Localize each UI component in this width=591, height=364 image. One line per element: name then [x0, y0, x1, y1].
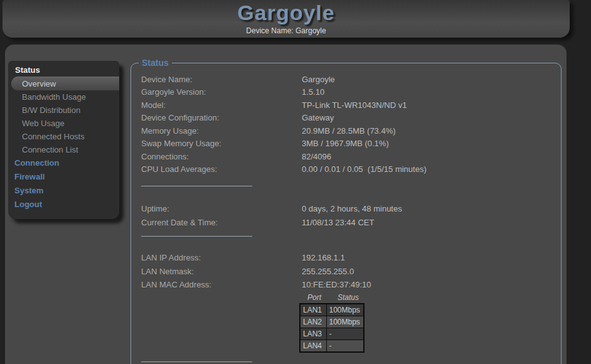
- section-divider: [141, 361, 252, 362]
- table-row: LAN4 -: [300, 340, 364, 352]
- sidebar-menu: Status Overview Bandwidth Usage B/W Dist…: [8, 61, 119, 219]
- info-value: Gateway: [302, 113, 334, 122]
- port-cell: LAN3: [300, 328, 326, 340]
- info-value: 3MB / 1967.9MB (0.1%): [302, 139, 389, 148]
- info-value: 0 days, 2 hours, 48 minutes: [302, 204, 402, 213]
- info-row-device-name: Device Name: Gargoyle: [141, 73, 561, 86]
- info-label: LAN Netmask:: [141, 267, 302, 276]
- status-cell: -: [326, 340, 364, 352]
- uptime-block: Uptime: 0 days, 2 hours, 48 minutes Curr…: [141, 202, 561, 229]
- info-label: Connections:: [141, 152, 302, 161]
- info-row-lan-netmask: LAN Netmask: 255.255.255.0: [141, 265, 561, 279]
- info-row-model: Model: TP-Link TL-WR1043N/ND v1: [141, 99, 561, 112]
- port-cell: LAN1: [300, 304, 326, 316]
- app-title: Gargoyle: [3, 1, 570, 25]
- info-label: Swap Memory Usage:: [141, 139, 302, 148]
- info-row-lan-mac-address: LAN MAC Address: 10:FE:ED:37:49:10: [141, 278, 561, 292]
- info-label: Gargoyle Version:: [141, 87, 302, 97]
- info-label: Memory Usage:: [141, 126, 302, 136]
- info-label: Model:: [141, 100, 302, 110]
- port-cell: LAN2: [300, 316, 326, 328]
- info-row-device-configuration: Device Configuration: Gateway: [141, 112, 561, 125]
- status-section-title: Status: [139, 58, 172, 68]
- table-row: LAN3 -: [300, 328, 364, 340]
- info-label: Current Date & Time:: [141, 218, 302, 227]
- app-header: Gargoyle Device Name: Gargoyle: [3, 0, 570, 38]
- status-column-header: Status: [329, 293, 367, 302]
- info-label: Device Configuration:: [141, 113, 302, 122]
- info-row-memory-usage: Memory Usage: 20.9MB / 28.5MB (73.4%): [141, 124, 561, 137]
- info-value: 255.255.255.0: [302, 267, 354, 276]
- sidebar-item-web-usage[interactable]: Web Usage: [8, 117, 119, 130]
- info-row-cpu-load-averages: CPU Load Averages: 0.00 / 0.01 / 0.05 (1…: [141, 163, 561, 176]
- sidebar-item-bw-distribution[interactable]: B/W Distribution: [8, 104, 119, 117]
- info-row-uptime: Uptime: 0 days, 2 hours, 48 minutes: [141, 202, 561, 216]
- sidebar-item-connection-list[interactable]: Connection List: [8, 143, 119, 156]
- sidebar-item-connection[interactable]: Connection: [8, 156, 119, 170]
- info-label: Uptime:: [141, 204, 302, 213]
- sidebar-item-logout[interactable]: Logout: [8, 198, 119, 211]
- table-row: LAN1 100Mbps: [300, 304, 364, 316]
- status-cell: 100Mbps: [326, 304, 364, 316]
- port-cell: LAN4: [300, 340, 326, 352]
- info-label: CPU Load Averages:: [141, 164, 302, 174]
- info-label: Device Name:: [141, 75, 302, 84]
- status-cell: -: [326, 328, 364, 340]
- lan-block: LAN IP Address: 192.168.1.1 LAN Netmask:…: [141, 251, 561, 353]
- sidebar-item-bandwidth-usage[interactable]: Bandwidth Usage: [8, 90, 119, 104]
- section-divider: [141, 186, 252, 186]
- info-value: TP-Link TL-WR1043N/ND v1: [302, 100, 407, 110]
- status-cell: 100Mbps: [326, 316, 364, 328]
- sidebar-item-connected-hosts[interactable]: Connected Hosts: [8, 130, 119, 143]
- port-column-header: Port: [299, 293, 329, 302]
- table-row: LAN2 100Mbps: [300, 316, 364, 328]
- info-value: 11/08/13 23:44 CET: [302, 218, 374, 227]
- lan-port-status-table: LAN1 100Mbps LAN2 100Mbps LAN3 - LAN4 -: [299, 303, 365, 353]
- info-value: 82/4096: [302, 152, 331, 161]
- info-row-connections: Connections: 82/4096: [141, 150, 561, 163]
- sidebar-item-overview[interactable]: Overview: [11, 77, 119, 90]
- info-value: 20.9MB / 28.5MB (73.4%): [302, 126, 396, 136]
- sidebar-section-status[interactable]: Status: [8, 61, 119, 77]
- sidebar-item-firewall[interactable]: Firewall: [8, 170, 119, 184]
- info-value: Gargoyle: [302, 75, 335, 84]
- device-name-subtitle: Device Name: Gargoyle: [3, 26, 570, 35]
- info-value: 10:FE:ED:37:49:10: [302, 280, 371, 289]
- info-value: 1.5.10: [302, 87, 324, 97]
- system-info-block: Device Name: Gargoyle Gargoyle Version: …: [141, 73, 561, 176]
- port-table-header: Port Status: [299, 293, 561, 302]
- info-value: 0.00 / 0.01 / 0.05 (1/5/15 minutes): [302, 164, 427, 174]
- info-row-lan-ip-address: LAN IP Address: 192.168.1.1: [141, 251, 561, 265]
- info-label: LAN MAC Address:: [141, 280, 302, 289]
- section-divider: [141, 236, 252, 237]
- info-row-gargoyle-version: Gargoyle Version: 1.5.10: [141, 86, 561, 99]
- info-row-current-date-time: Current Date & Time: 11/08/13 23:44 CET: [141, 216, 561, 230]
- info-value: 192.168.1.1: [302, 253, 345, 262]
- info-row-swap-memory-usage: Swap Memory Usage: 3MB / 1967.9MB (0.1%): [141, 137, 561, 151]
- status-section: Status Device Name: Gargoyle Gargoyle Ve…: [130, 58, 562, 364]
- info-label: LAN IP Address:: [141, 253, 302, 262]
- sidebar-item-system[interactable]: System: [8, 184, 119, 198]
